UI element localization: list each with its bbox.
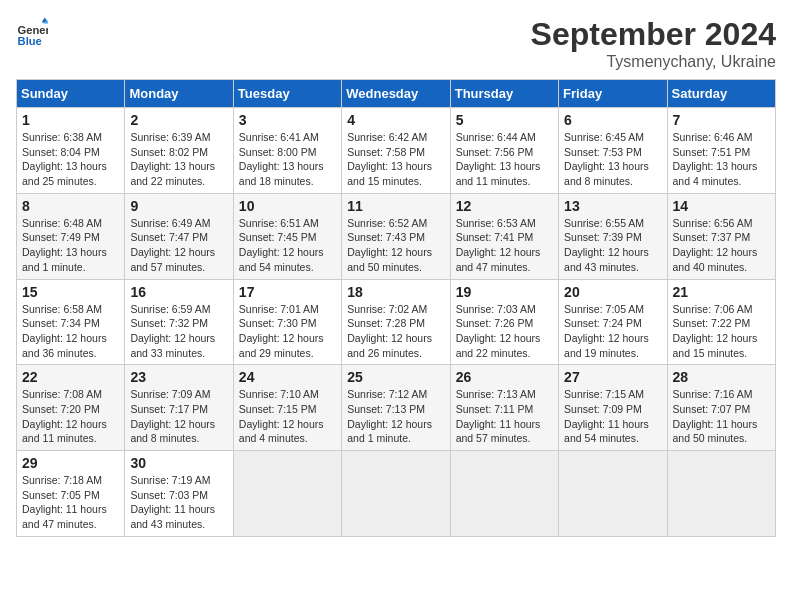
calendar-table: SundayMondayTuesdayWednesdayThursdayFrid… [16,79,776,537]
day-cell-1: 1Sunrise: 6:38 AMSunset: 8:04 PMDaylight… [17,108,125,194]
day-cell-27: 27Sunrise: 7:15 AMSunset: 7:09 PMDayligh… [559,365,667,451]
day-info: Sunrise: 7:10 AMSunset: 7:15 PMDaylight:… [239,387,336,446]
day-info: Sunrise: 6:45 AMSunset: 7:53 PMDaylight:… [564,130,661,189]
day-number: 3 [239,112,336,128]
day-cell-3: 3Sunrise: 6:41 AMSunset: 8:00 PMDaylight… [233,108,341,194]
svg-text:Blue: Blue [18,35,42,47]
day-number: 29 [22,455,119,471]
weekday-header-sunday: Sunday [17,80,125,108]
logo-icon: General Blue [16,16,48,48]
day-number: 21 [673,284,770,300]
day-info: Sunrise: 6:49 AMSunset: 7:47 PMDaylight:… [130,216,227,275]
day-number: 28 [673,369,770,385]
day-cell-16: 16Sunrise: 6:59 AMSunset: 7:32 PMDayligh… [125,279,233,365]
day-number: 18 [347,284,444,300]
day-cell-22: 22Sunrise: 7:08 AMSunset: 7:20 PMDayligh… [17,365,125,451]
calendar-row: 8Sunrise: 6:48 AMSunset: 7:49 PMDaylight… [17,193,776,279]
day-info: Sunrise: 6:38 AMSunset: 8:04 PMDaylight:… [22,130,119,189]
day-cell-29: 29Sunrise: 7:18 AMSunset: 7:05 PMDayligh… [17,451,125,537]
day-number: 14 [673,198,770,214]
day-info: Sunrise: 7:03 AMSunset: 7:26 PMDaylight:… [456,302,553,361]
day-info: Sunrise: 6:48 AMSunset: 7:49 PMDaylight:… [22,216,119,275]
day-cell-4: 4Sunrise: 6:42 AMSunset: 7:58 PMDaylight… [342,108,450,194]
day-cell-11: 11Sunrise: 6:52 AMSunset: 7:43 PMDayligh… [342,193,450,279]
day-info: Sunrise: 7:06 AMSunset: 7:22 PMDaylight:… [673,302,770,361]
day-number: 16 [130,284,227,300]
day-cell-15: 15Sunrise: 6:58 AMSunset: 7:34 PMDayligh… [17,279,125,365]
day-cell-23: 23Sunrise: 7:09 AMSunset: 7:17 PMDayligh… [125,365,233,451]
day-number: 23 [130,369,227,385]
location-title: Tysmenychany, Ukraine [531,53,776,71]
day-number: 8 [22,198,119,214]
day-info: Sunrise: 6:41 AMSunset: 8:00 PMDaylight:… [239,130,336,189]
calendar-header-row: SundayMondayTuesdayWednesdayThursdayFrid… [17,80,776,108]
page-header: General Blue September 2024 Tysmenychany… [16,16,776,71]
day-cell-21: 21Sunrise: 7:06 AMSunset: 7:22 PMDayligh… [667,279,775,365]
day-info: Sunrise: 7:01 AMSunset: 7:30 PMDaylight:… [239,302,336,361]
calendar-row: 15Sunrise: 6:58 AMSunset: 7:34 PMDayligh… [17,279,776,365]
day-cell-2: 2Sunrise: 6:39 AMSunset: 8:02 PMDaylight… [125,108,233,194]
day-number: 19 [456,284,553,300]
day-cell-24: 24Sunrise: 7:10 AMSunset: 7:15 PMDayligh… [233,365,341,451]
day-cell-26: 26Sunrise: 7:13 AMSunset: 7:11 PMDayligh… [450,365,558,451]
title-area: September 2024 Tysmenychany, Ukraine [531,16,776,71]
day-cell-17: 17Sunrise: 7:01 AMSunset: 7:30 PMDayligh… [233,279,341,365]
day-info: Sunrise: 6:42 AMSunset: 7:58 PMDaylight:… [347,130,444,189]
day-cell-19: 19Sunrise: 7:03 AMSunset: 7:26 PMDayligh… [450,279,558,365]
day-number: 15 [22,284,119,300]
day-info: Sunrise: 6:55 AMSunset: 7:39 PMDaylight:… [564,216,661,275]
day-cell-13: 13Sunrise: 6:55 AMSunset: 7:39 PMDayligh… [559,193,667,279]
day-number: 6 [564,112,661,128]
day-cell-28: 28Sunrise: 7:16 AMSunset: 7:07 PMDayligh… [667,365,775,451]
day-cell-20: 20Sunrise: 7:05 AMSunset: 7:24 PMDayligh… [559,279,667,365]
empty-cell [559,451,667,537]
day-cell-18: 18Sunrise: 7:02 AMSunset: 7:28 PMDayligh… [342,279,450,365]
month-title: September 2024 [531,16,776,53]
day-number: 13 [564,198,661,214]
day-number: 11 [347,198,444,214]
day-number: 17 [239,284,336,300]
day-info: Sunrise: 6:44 AMSunset: 7:56 PMDaylight:… [456,130,553,189]
day-info: Sunrise: 7:13 AMSunset: 7:11 PMDaylight:… [456,387,553,446]
day-number: 20 [564,284,661,300]
day-cell-8: 8Sunrise: 6:48 AMSunset: 7:49 PMDaylight… [17,193,125,279]
weekday-header-thursday: Thursday [450,80,558,108]
day-number: 26 [456,369,553,385]
day-number: 4 [347,112,444,128]
day-number: 1 [22,112,119,128]
day-cell-5: 5Sunrise: 6:44 AMSunset: 7:56 PMDaylight… [450,108,558,194]
calendar-row: 29Sunrise: 7:18 AMSunset: 7:05 PMDayligh… [17,451,776,537]
weekday-header-friday: Friday [559,80,667,108]
weekday-header-tuesday: Tuesday [233,80,341,108]
day-number: 5 [456,112,553,128]
weekday-header-monday: Monday [125,80,233,108]
day-info: Sunrise: 7:19 AMSunset: 7:03 PMDaylight:… [130,473,227,532]
day-info: Sunrise: 6:51 AMSunset: 7:45 PMDaylight:… [239,216,336,275]
day-number: 10 [239,198,336,214]
day-cell-7: 7Sunrise: 6:46 AMSunset: 7:51 PMDaylight… [667,108,775,194]
empty-cell [667,451,775,537]
day-info: Sunrise: 6:56 AMSunset: 7:37 PMDaylight:… [673,216,770,275]
day-info: Sunrise: 7:02 AMSunset: 7:28 PMDaylight:… [347,302,444,361]
day-cell-25: 25Sunrise: 7:12 AMSunset: 7:13 PMDayligh… [342,365,450,451]
weekday-header-wednesday: Wednesday [342,80,450,108]
day-number: 2 [130,112,227,128]
day-cell-30: 30Sunrise: 7:19 AMSunset: 7:03 PMDayligh… [125,451,233,537]
day-info: Sunrise: 7:09 AMSunset: 7:17 PMDaylight:… [130,387,227,446]
day-info: Sunrise: 6:58 AMSunset: 7:34 PMDaylight:… [22,302,119,361]
day-info: Sunrise: 7:08 AMSunset: 7:20 PMDaylight:… [22,387,119,446]
day-cell-12: 12Sunrise: 6:53 AMSunset: 7:41 PMDayligh… [450,193,558,279]
day-info: Sunrise: 6:53 AMSunset: 7:41 PMDaylight:… [456,216,553,275]
weekday-header-saturday: Saturday [667,80,775,108]
calendar-row: 22Sunrise: 7:08 AMSunset: 7:20 PMDayligh… [17,365,776,451]
day-info: Sunrise: 7:18 AMSunset: 7:05 PMDaylight:… [22,473,119,532]
day-cell-6: 6Sunrise: 6:45 AMSunset: 7:53 PMDaylight… [559,108,667,194]
day-info: Sunrise: 6:59 AMSunset: 7:32 PMDaylight:… [130,302,227,361]
logo: General Blue [16,16,48,48]
day-info: Sunrise: 6:52 AMSunset: 7:43 PMDaylight:… [347,216,444,275]
day-info: Sunrise: 7:16 AMSunset: 7:07 PMDaylight:… [673,387,770,446]
svg-text:General: General [18,24,48,36]
day-cell-9: 9Sunrise: 6:49 AMSunset: 7:47 PMDaylight… [125,193,233,279]
day-number: 25 [347,369,444,385]
empty-cell [342,451,450,537]
